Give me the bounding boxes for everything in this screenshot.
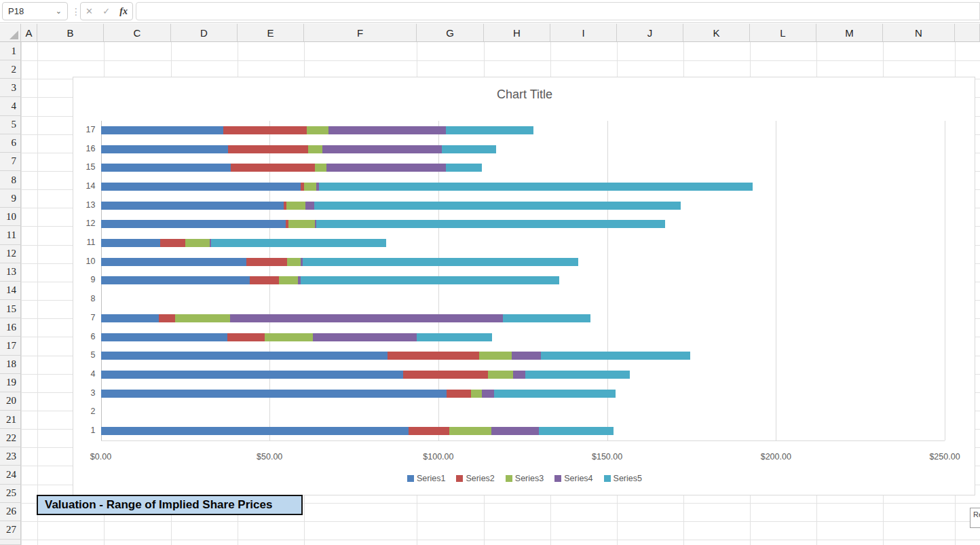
column-header-I[interactable]: I bbox=[550, 24, 617, 42]
bar-segment-Series1-cat7[interactable] bbox=[101, 314, 159, 322]
bar-segment-Series1-cat14[interactable] bbox=[101, 183, 301, 191]
column-header-A[interactable]: A bbox=[21, 24, 37, 42]
bar-segment-Series2-cat10[interactable] bbox=[246, 258, 286, 266]
column-header-E[interactable]: E bbox=[238, 24, 304, 42]
row-header-26[interactable]: 26 bbox=[0, 503, 21, 521]
bar-segment-Series3-cat9[interactable] bbox=[279, 276, 298, 284]
row-header-25[interactable]: 25 bbox=[0, 485, 21, 503]
row-header-14[interactable]: 14 bbox=[0, 282, 21, 300]
column-header-L[interactable]: L bbox=[750, 24, 816, 42]
bar-segment-Series3-cat10[interactable] bbox=[287, 258, 301, 266]
bar-segment-Series5-cat12[interactable] bbox=[316, 220, 665, 228]
bar-segment-Series5-cat5[interactable] bbox=[541, 352, 690, 360]
select-all-corner[interactable] bbox=[0, 24, 21, 42]
row-header-16[interactable]: 16 bbox=[0, 318, 21, 337]
bar-segment-Series1-cat15[interactable] bbox=[101, 164, 231, 172]
bar-segment-Series1-cat11[interactable] bbox=[101, 239, 161, 247]
row-header-4[interactable]: 4 bbox=[0, 97, 21, 115]
bar-segment-Series2-cat5[interactable] bbox=[388, 352, 479, 360]
bar-segment-Series2-cat15[interactable] bbox=[231, 164, 315, 172]
column-header-K[interactable]: K bbox=[683, 24, 750, 42]
bar-segment-Series3-cat1[interactable] bbox=[449, 427, 491, 435]
row-header-9[interactable]: 9 bbox=[0, 189, 21, 208]
legend-item-series5[interactable]: Series5 bbox=[604, 474, 642, 483]
column-header-partial[interactable] bbox=[955, 24, 980, 42]
column-header-H[interactable]: H bbox=[484, 24, 550, 42]
bar-segment-Series4-cat17[interactable] bbox=[328, 126, 446, 134]
row-header-20[interactable]: 20 bbox=[0, 392, 21, 411]
insert-function-icon[interactable]: fx bbox=[119, 6, 128, 17]
row-header-17[interactable]: 17 bbox=[0, 337, 21, 355]
bar-segment-Series3-cat6[interactable] bbox=[265, 333, 314, 341]
sheet-grid[interactable]: Chart Title Series1Series2Series3Series4… bbox=[0, 24, 980, 545]
bar-segment-Series5-cat6[interactable] bbox=[417, 333, 492, 341]
bar-segment-Series5-cat14[interactable] bbox=[319, 183, 753, 191]
bar-segment-Series2-cat1[interactable] bbox=[409, 427, 450, 435]
row-header-partial[interactable] bbox=[0, 540, 21, 545]
chart-object[interactable]: Chart Title Series1Series2Series3Series4… bbox=[73, 77, 975, 495]
bar-segment-Series1-cat4[interactable] bbox=[101, 371, 404, 379]
bar-segment-Series3-cat4[interactable] bbox=[488, 371, 513, 379]
bar-segment-Series4-cat5[interactable] bbox=[512, 352, 541, 360]
bar-segment-Series4-cat16[interactable] bbox=[322, 145, 442, 153]
row-header-11[interactable]: 11 bbox=[0, 226, 21, 244]
column-header-F[interactable]: F bbox=[304, 24, 417, 42]
column-header-C[interactable]: C bbox=[104, 24, 171, 42]
bar-segment-Series1-cat12[interactable] bbox=[101, 220, 286, 228]
bar-segment-Series2-cat11[interactable] bbox=[160, 239, 185, 247]
bar-segment-Series5-cat16[interactable] bbox=[442, 145, 496, 153]
bar-segment-Series2-cat17[interactable] bbox=[223, 126, 307, 134]
bar-segment-Series1-cat16[interactable] bbox=[101, 145, 228, 153]
bar-segment-Series1-cat17[interactable] bbox=[101, 126, 224, 134]
chart-title[interactable]: Chart Title bbox=[73, 88, 976, 102]
bar-segment-Series3-cat14[interactable] bbox=[304, 183, 316, 191]
bar-segment-Series5-cat11[interactable] bbox=[211, 239, 387, 247]
bar-segment-Series5-cat3[interactable] bbox=[494, 390, 616, 398]
legend-item-series2[interactable]: Series2 bbox=[456, 474, 494, 483]
row-header-1[interactable]: 1 bbox=[0, 42, 21, 60]
bar-segment-Series3-cat5[interactable] bbox=[479, 352, 512, 360]
chevron-down-icon[interactable]: ⌄ bbox=[56, 7, 62, 16]
column-header-N[interactable]: N bbox=[883, 24, 955, 42]
row-header-7[interactable]: 7 bbox=[0, 153, 21, 171]
bar-segment-Series2-cat4[interactable] bbox=[403, 371, 488, 379]
bar-segment-Series4-cat15[interactable] bbox=[326, 164, 446, 172]
bar-segment-Series3-cat16[interactable] bbox=[308, 145, 322, 153]
bar-segment-Series5-cat9[interactable] bbox=[301, 276, 559, 284]
bar-segment-Series5-cat17[interactable] bbox=[446, 126, 533, 134]
row-header-27[interactable]: 27 bbox=[0, 521, 21, 540]
row-header-15[interactable]: 15 bbox=[0, 300, 21, 318]
row-header-6[interactable]: 6 bbox=[0, 134, 21, 153]
column-header-J[interactable]: J bbox=[617, 24, 683, 42]
bar-segment-Series1-cat5[interactable] bbox=[101, 352, 388, 360]
row-header-2[interactable]: 2 bbox=[0, 60, 21, 79]
bar-segment-Series4-cat13[interactable] bbox=[305, 202, 314, 210]
bar-segment-Series5-cat1[interactable] bbox=[539, 427, 613, 435]
row-header-18[interactable]: 18 bbox=[0, 356, 21, 374]
legend-item-series3[interactable]: Series3 bbox=[506, 474, 544, 483]
bar-segment-Series5-cat7[interactable] bbox=[503, 314, 590, 322]
bar-segment-Series5-cat4[interactable] bbox=[525, 371, 630, 379]
bar-segment-Series4-cat3[interactable] bbox=[482, 390, 494, 398]
row-header-22[interactable]: 22 bbox=[0, 429, 21, 447]
legend-item-series1[interactable]: Series1 bbox=[407, 474, 445, 483]
bar-segment-Series2-cat6[interactable] bbox=[227, 333, 265, 341]
row-header-24[interactable]: 24 bbox=[0, 466, 21, 484]
row-header-8[interactable]: 8 bbox=[0, 171, 21, 189]
bar-segment-Series2-cat9[interactable] bbox=[250, 276, 278, 284]
bar-segment-Series2-cat16[interactable] bbox=[228, 145, 308, 153]
bar-segment-Series5-cat13[interactable] bbox=[314, 202, 681, 210]
bar-segment-Series1-cat1[interactable] bbox=[101, 427, 409, 435]
bar-segment-Series3-cat15[interactable] bbox=[315, 164, 326, 172]
bar-segment-Series2-cat3[interactable] bbox=[447, 390, 471, 398]
row-header-23[interactable]: 23 bbox=[0, 447, 21, 466]
bar-segment-Series1-cat3[interactable] bbox=[101, 390, 447, 398]
row-header-19[interactable]: 19 bbox=[0, 374, 21, 392]
cancel-icon[interactable]: ✕ bbox=[86, 6, 93, 16]
formula-bar-input[interactable] bbox=[136, 2, 980, 20]
bar-segment-Series1-cat10[interactable] bbox=[101, 258, 247, 266]
row-header-3[interactable]: 3 bbox=[0, 79, 21, 97]
bar-segment-Series1-cat6[interactable] bbox=[101, 333, 228, 341]
column-header-M[interactable]: M bbox=[816, 24, 883, 42]
row-header-12[interactable]: 12 bbox=[0, 245, 21, 263]
